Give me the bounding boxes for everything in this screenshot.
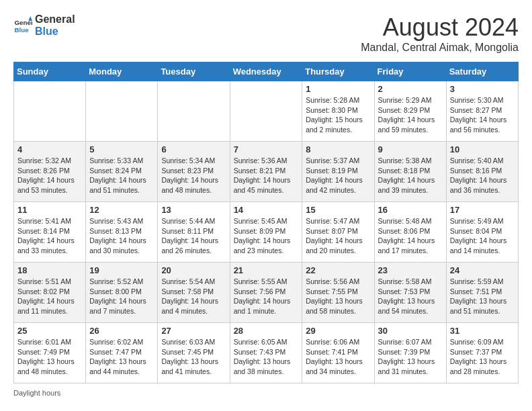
day-info: Sunrise: 5:33 AMSunset: 8:24 PMDaylight:… xyxy=(89,156,154,195)
calendar-cell: 4Sunrise: 5:32 AMSunset: 8:26 PMDaylight… xyxy=(14,142,86,202)
calendar-cell xyxy=(230,81,302,142)
calendar-cell: 22Sunrise: 5:56 AMSunset: 7:55 PMDayligh… xyxy=(302,263,374,323)
day-number: 29 xyxy=(306,326,370,336)
day-info: Sunrise: 6:09 AMSunset: 7:37 PMDaylight:… xyxy=(450,337,515,377)
day-info: Sunrise: 5:40 AMSunset: 8:16 PMDaylight:… xyxy=(450,156,515,195)
footer: Daylight hours xyxy=(13,389,519,397)
calendar-cell: 7Sunrise: 5:36 AMSunset: 8:21 PMDaylight… xyxy=(230,142,302,202)
day-number: 26 xyxy=(89,326,154,336)
calendar-cell: 14Sunrise: 5:45 AMSunset: 8:09 PMDayligh… xyxy=(230,202,302,263)
day-info: Sunrise: 5:59 AMSunset: 7:51 PMDaylight:… xyxy=(450,277,515,316)
calendar-cell: 27Sunrise: 6:03 AMSunset: 7:45 PMDayligh… xyxy=(158,323,230,383)
day-number: 15 xyxy=(306,205,370,215)
calendar-cell xyxy=(86,81,158,142)
calendar-day-header: Thursday xyxy=(302,62,374,81)
day-number: 18 xyxy=(17,265,82,275)
day-info: Sunrise: 5:32 AMSunset: 8:26 PMDaylight:… xyxy=(17,156,82,195)
calendar-week-row: 25Sunrise: 6:01 AMSunset: 7:49 PMDayligh… xyxy=(14,323,519,383)
calendar-cell: 28Sunrise: 6:05 AMSunset: 7:43 PMDayligh… xyxy=(230,323,302,383)
day-number: 8 xyxy=(306,144,370,154)
logo-general: General xyxy=(35,13,75,26)
day-number: 7 xyxy=(234,144,299,154)
day-number: 16 xyxy=(378,205,443,215)
logo: General Blue General Blue xyxy=(13,13,75,37)
calendar-cell: 10Sunrise: 5:40 AMSunset: 8:16 PMDayligh… xyxy=(446,142,518,202)
calendar-cell: 23Sunrise: 5:58 AMSunset: 7:53 PMDayligh… xyxy=(374,263,446,323)
day-info: Sunrise: 6:05 AMSunset: 7:43 PMDaylight:… xyxy=(234,337,299,377)
day-number: 19 xyxy=(89,265,154,275)
svg-text:Blue: Blue xyxy=(14,26,29,33)
calendar-day-header: Monday xyxy=(86,62,158,81)
day-number: 10 xyxy=(450,144,515,154)
day-number: 13 xyxy=(161,205,226,215)
day-info: Sunrise: 5:43 AMSunset: 8:13 PMDaylight:… xyxy=(89,216,154,256)
day-info: Sunrise: 5:48 AMSunset: 8:06 PMDaylight:… xyxy=(378,216,443,256)
calendar-week-row: 11Sunrise: 5:41 AMSunset: 8:14 PMDayligh… xyxy=(14,202,519,263)
day-info: Sunrise: 5:30 AMSunset: 8:27 PMDaylight:… xyxy=(450,95,515,135)
day-info: Sunrise: 5:54 AMSunset: 7:58 PMDaylight:… xyxy=(161,277,226,316)
calendar-week-row: 4Sunrise: 5:32 AMSunset: 8:26 PMDaylight… xyxy=(14,142,519,202)
day-number: 1 xyxy=(306,84,370,94)
day-info: Sunrise: 5:36 AMSunset: 8:21 PMDaylight:… xyxy=(234,156,299,195)
day-info: Sunrise: 5:52 AMSunset: 8:00 PMDaylight:… xyxy=(89,277,154,316)
calendar-cell: 20Sunrise: 5:54 AMSunset: 7:58 PMDayligh… xyxy=(158,263,230,323)
day-info: Sunrise: 6:07 AMSunset: 7:39 PMDaylight:… xyxy=(378,337,443,377)
logo-icon: General Blue xyxy=(13,16,32,35)
calendar-day-header: Saturday xyxy=(446,62,518,81)
day-info: Sunrise: 5:38 AMSunset: 8:18 PMDaylight:… xyxy=(378,156,443,195)
day-number: 21 xyxy=(234,265,299,275)
header: General Blue General Blue August 2024 Ma… xyxy=(13,13,519,54)
calendar-day-header: Sunday xyxy=(14,62,86,81)
day-info: Sunrise: 5:44 AMSunset: 8:11 PMDaylight:… xyxy=(161,216,226,256)
day-info: Sunrise: 5:34 AMSunset: 8:23 PMDaylight:… xyxy=(161,156,226,195)
day-number: 9 xyxy=(378,144,443,154)
day-number: 22 xyxy=(306,265,370,275)
calendar-cell: 24Sunrise: 5:59 AMSunset: 7:51 PMDayligh… xyxy=(446,263,518,323)
day-info: Sunrise: 5:56 AMSunset: 7:55 PMDaylight:… xyxy=(306,277,370,316)
calendar-cell: 15Sunrise: 5:47 AMSunset: 8:07 PMDayligh… xyxy=(302,202,374,263)
main-title: August 2024 xyxy=(361,13,519,42)
day-number: 31 xyxy=(450,326,515,336)
day-number: 5 xyxy=(89,144,154,154)
day-number: 4 xyxy=(17,144,82,154)
calendar-cell: 29Sunrise: 6:06 AMSunset: 7:41 PMDayligh… xyxy=(302,323,374,383)
day-info: Sunrise: 5:47 AMSunset: 8:07 PMDaylight:… xyxy=(306,216,370,256)
calendar-cell: 9Sunrise: 5:38 AMSunset: 8:18 PMDaylight… xyxy=(374,142,446,202)
calendar-week-row: 18Sunrise: 5:51 AMSunset: 8:02 PMDayligh… xyxy=(14,263,519,323)
day-info: Sunrise: 6:03 AMSunset: 7:45 PMDaylight:… xyxy=(161,337,226,377)
calendar-cell: 3Sunrise: 5:30 AMSunset: 8:27 PMDaylight… xyxy=(446,81,518,142)
calendar: SundayMondayTuesdayWednesdayThursdayFrid… xyxy=(13,62,519,383)
day-number: 27 xyxy=(161,326,226,336)
day-info: Sunrise: 5:41 AMSunset: 8:14 PMDaylight:… xyxy=(17,216,82,256)
calendar-cell: 6Sunrise: 5:34 AMSunset: 8:23 PMDaylight… xyxy=(158,142,230,202)
day-info: Sunrise: 5:55 AMSunset: 7:56 PMDaylight:… xyxy=(234,277,299,316)
day-number: 12 xyxy=(89,205,154,215)
day-info: Sunrise: 5:29 AMSunset: 8:29 PMDaylight:… xyxy=(378,95,443,135)
day-number: 20 xyxy=(161,265,226,275)
day-info: Sunrise: 5:51 AMSunset: 8:02 PMDaylight:… xyxy=(17,277,82,316)
calendar-cell: 5Sunrise: 5:33 AMSunset: 8:24 PMDaylight… xyxy=(86,142,158,202)
day-number: 17 xyxy=(450,205,515,215)
day-info: Sunrise: 5:45 AMSunset: 8:09 PMDaylight:… xyxy=(234,216,299,256)
calendar-day-header: Tuesday xyxy=(158,62,230,81)
day-number: 28 xyxy=(234,326,299,336)
day-number: 25 xyxy=(17,326,82,336)
calendar-cell: 30Sunrise: 6:07 AMSunset: 7:39 PMDayligh… xyxy=(374,323,446,383)
day-number: 3 xyxy=(450,84,515,94)
day-number: 6 xyxy=(161,144,226,154)
calendar-cell: 1Sunrise: 5:28 AMSunset: 8:30 PMDaylight… xyxy=(302,81,374,142)
footer-label: Daylight hours xyxy=(13,389,60,397)
calendar-cell: 11Sunrise: 5:41 AMSunset: 8:14 PMDayligh… xyxy=(14,202,86,263)
calendar-cell xyxy=(158,81,230,142)
calendar-cell: 17Sunrise: 5:49 AMSunset: 8:04 PMDayligh… xyxy=(446,202,518,263)
calendar-cell: 16Sunrise: 5:48 AMSunset: 8:06 PMDayligh… xyxy=(374,202,446,263)
logo-blue: Blue xyxy=(35,26,75,38)
calendar-header-row: SundayMondayTuesdayWednesdayThursdayFrid… xyxy=(14,62,519,81)
calendar-cell: 19Sunrise: 5:52 AMSunset: 8:00 PMDayligh… xyxy=(86,263,158,323)
calendar-cell: 26Sunrise: 6:02 AMSunset: 7:47 PMDayligh… xyxy=(86,323,158,383)
calendar-cell: 25Sunrise: 6:01 AMSunset: 7:49 PMDayligh… xyxy=(14,323,86,383)
calendar-cell xyxy=(14,81,86,142)
title-area: August 2024 Mandal, Central Aimak, Mongo… xyxy=(361,13,519,54)
day-info: Sunrise: 5:49 AMSunset: 8:04 PMDaylight:… xyxy=(450,216,515,256)
day-info: Sunrise: 5:37 AMSunset: 8:19 PMDaylight:… xyxy=(306,156,370,195)
